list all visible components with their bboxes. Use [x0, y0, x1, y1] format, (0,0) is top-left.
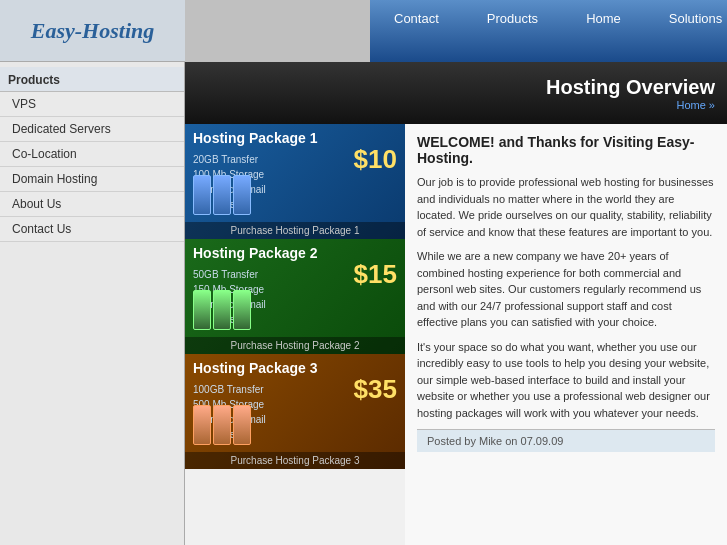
pkg3-title: Hosting Package 3 — [185, 354, 326, 378]
nav-products[interactable]: Products — [463, 0, 562, 62]
content-body: Hosting Package 1 20GB Transfer 100 Mb S… — [185, 124, 727, 545]
welcome-column: WELCOME! and Thanks for Visiting Easy-Ho… — [405, 124, 727, 545]
sidebar-domain[interactable]: Domain Hosting — [0, 167, 184, 192]
pkg1-price: $10 — [354, 144, 397, 175]
hosting-package-2: Hosting Package 2 50GB Transfer 150 Mb S… — [185, 239, 405, 354]
sidebar-section-title: Products — [0, 67, 184, 92]
header-title: Hosting Overview — [546, 76, 715, 99]
pkg1-title: Hosting Package 1 — [185, 124, 326, 148]
server-unit — [193, 290, 211, 330]
logo-text: Easy-Hosting — [31, 18, 154, 44]
breadcrumb-text: Home » — [676, 99, 715, 111]
welcome-para1: Our job is to provide professional web h… — [417, 174, 715, 240]
pkg2-transfer: 50GB Transfer — [193, 267, 266, 282]
nav-contact[interactable]: Contact — [370, 0, 463, 62]
hosting-package-1: Hosting Package 1 20GB Transfer 100 Mb S… — [185, 124, 405, 239]
pkg2-title: Hosting Package 2 — [185, 239, 326, 263]
top-navigation: Contact Products Home Solutions About — [370, 0, 727, 62]
server-unit — [213, 175, 231, 215]
pkg3-transfer: 100GB Transfer — [193, 382, 266, 397]
pkg2-server-icon — [193, 290, 251, 330]
welcome-para2: While we are a new company we have 20+ y… — [417, 248, 715, 331]
server-unit — [213, 290, 231, 330]
welcome-para3: It's your space so do what you want, whe… — [417, 339, 715, 422]
content-area: Hosting Overview Home » Hosting Package … — [185, 62, 727, 545]
breadcrumb: Home » — [676, 99, 715, 111]
pkg3-price: $35 — [354, 374, 397, 405]
sidebar: Products VPS Dedicated Servers Co-Locati… — [0, 62, 185, 545]
posted-bar: Posted by Mike on 07.09.09 — [417, 429, 715, 452]
pkg1-transfer: 20GB Transfer — [193, 152, 266, 167]
pkg3-cta[interactable]: Purchase Hosting Package 3 — [185, 452, 405, 469]
sidebar-about[interactable]: About Us — [0, 192, 184, 217]
server-unit — [193, 405, 211, 445]
header-banner: Hosting Overview Home » — [185, 62, 727, 124]
welcome-text: Our job is to provide professional web h… — [417, 174, 715, 421]
server-unit — [213, 405, 231, 445]
nav-home[interactable]: Home — [562, 0, 645, 62]
sidebar-contact[interactable]: Contact Us — [0, 217, 184, 242]
server-unit — [233, 405, 251, 445]
sidebar-colocation[interactable]: Co-Location — [0, 142, 184, 167]
logo-area: Easy-Hosting — [0, 0, 185, 62]
pkg1-cta[interactable]: Purchase Hosting Package 1 — [185, 222, 405, 239]
pkg2-price: $15 — [354, 259, 397, 290]
pkg2-cta[interactable]: Purchase Hosting Package 2 — [185, 337, 405, 354]
server-unit — [233, 290, 251, 330]
hosting-package-3: Hosting Package 3 100GB Transfer 500 Mb … — [185, 354, 405, 469]
pkg1-server-icon — [193, 175, 251, 215]
packages-column: Hosting Package 1 20GB Transfer 100 Mb S… — [185, 124, 405, 545]
sidebar-vps[interactable]: VPS — [0, 92, 184, 117]
welcome-title: WELCOME! and Thanks for Visiting Easy-Ho… — [417, 134, 715, 166]
server-unit — [233, 175, 251, 215]
sidebar-dedicated[interactable]: Dedicated Servers — [0, 117, 184, 142]
pkg3-server-icon — [193, 405, 251, 445]
server-unit — [193, 175, 211, 215]
nav-solutions[interactable]: Solutions — [645, 0, 727, 62]
